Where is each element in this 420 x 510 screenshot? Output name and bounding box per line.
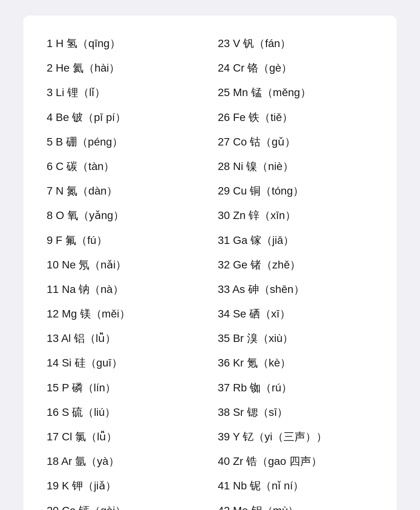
main-container: 1 H 氢（qīng）23 V 钒（fán）2 He 氦（hài）24 Cr 铬… [23,16,397,510]
list-item: 1 H 氢（qīng） [47,31,202,56]
list-item: 38 Sr 锶（sī） [218,400,373,424]
list-item: 4 Be 铍（pī pí） [47,105,202,130]
list-item: 28 Ni 镍（niè） [218,154,373,179]
list-item: 27 Co 钴（gǔ） [218,130,373,154]
list-item: 15 P 磷（lín） [47,375,202,400]
list-item: 26 Fe 铁（tiě） [218,105,373,130]
list-item: 7 N 氮（dàn） [47,179,202,203]
list-item: 39 Y 钇（yi（三声）） [218,424,373,449]
list-item: 29 Cu 铜（tóng） [218,179,373,203]
list-item: 20 Ca 钙（gài） [47,498,202,510]
list-item: 24 Cr 铬（gè） [218,56,373,80]
list-item: 23 V 钒（fán） [218,31,373,56]
list-item: 14 Si 硅（guī） [47,351,202,375]
list-item: 5 B 硼（péng） [47,130,202,154]
list-item: 13 Al 铝（lǚ） [47,326,202,351]
list-item: 9 F 氟（fú） [47,228,202,252]
list-item: 2 He 氦（hài） [47,56,202,80]
list-item: 34 Se 硒（xī） [218,301,373,326]
list-item: 6 C 碳（tàn） [47,154,202,179]
list-item: 42 Mo 钼（mù） [218,498,373,510]
list-item: 12 Mg 镁（měi） [47,301,202,326]
list-item: 41 Nb 铌（nǐ ní） [218,473,373,498]
list-item: 11 Na 钠（nà） [47,277,202,301]
list-item: 3 Li 锂（lǐ） [47,80,202,105]
list-item: 37 Rb 铷（rú） [218,375,373,400]
list-item: 16 S 硫（liú） [47,400,202,424]
list-item: 36 Kr 氪（kè） [218,351,373,375]
list-item: 18 Ar 氩（yà） [47,449,202,473]
list-item: 25 Mn 锰（měng） [218,80,373,105]
list-item: 40 Zr 锆（gao 四声） [218,449,373,473]
list-item: 32 Ge 锗（zhě） [218,252,373,277]
elements-grid: 1 H 氢（qīng）23 V 钒（fán）2 He 氦（hài）24 Cr 铬… [47,31,373,510]
list-item: 31 Ga 镓（jiā） [218,228,373,252]
list-item: 8 O 氧（yǎng） [47,203,202,228]
list-item: 10 Ne 氖（nǎi） [47,252,202,277]
list-item: 33 As 砷（shēn） [218,277,373,301]
list-item: 17 Cl 氯（lǚ） [47,424,202,449]
list-item: 30 Zn 锌（xīn） [218,203,373,228]
list-item: 35 Br 溴（xiù） [218,326,373,351]
list-item: 19 K 钾（jiǎ） [47,473,202,498]
